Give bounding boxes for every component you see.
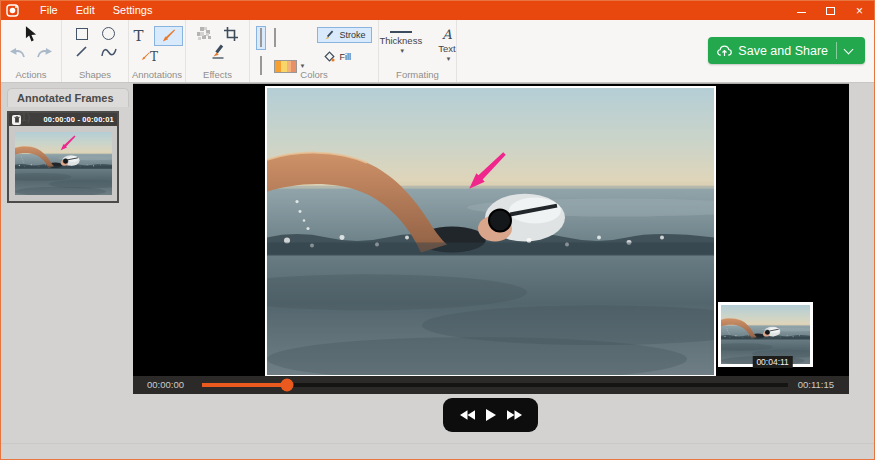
arrow-text-tool[interactable]: T [141, 49, 158, 64]
total-time-label: 00:11:15 [798, 376, 834, 394]
section-shapes: Shapes [62, 20, 129, 82]
video-stage: 00:04:11 00:00:00 00:11:15 [133, 83, 849, 394]
fill-button[interactable]: Fill [317, 48, 372, 65]
section-formating: Thickness ▼ A Text ▼ Formating [379, 20, 457, 82]
annotated-frames-sidebar: Annotated Frames (1) 00:00:00 - 00:00:01 [1, 83, 133, 459]
text-format-dropdown[interactable]: A Text ▼ [438, 26, 455, 62]
section-label-formating: Formating [379, 69, 456, 80]
ribbon-toolbar: Actions Shapes [1, 20, 874, 83]
line-tool[interactable] [74, 44, 89, 59]
window-controls: × [787, 1, 874, 20]
redo-button[interactable] [37, 45, 53, 60]
playback-controls [443, 398, 538, 432]
app-logo-icon [6, 4, 19, 17]
pip-preview[interactable]: 00:04:11 [718, 302, 813, 367]
arrow-annotation[interactable] [465, 146, 507, 198]
rewind-button[interactable] [460, 410, 475, 420]
thickness-line-icon [390, 31, 412, 33]
pip-timestamp: 00:04:11 [752, 356, 792, 368]
save-and-share-button[interactable]: Save and Share [708, 37, 865, 64]
text-tool[interactable]: T [131, 29, 146, 44]
rectangle-tool[interactable] [74, 26, 89, 41]
fast-forward-button[interactable] [507, 410, 522, 420]
section-label-effects: Effects [186, 69, 249, 80]
italic-a-icon: A [442, 28, 451, 41]
arrow-tool-selected[interactable] [154, 26, 183, 46]
section-label-colors: Colors [250, 69, 378, 80]
ellipse-tool[interactable] [101, 26, 116, 41]
timeline-scrubber-knob[interactable] [281, 379, 294, 392]
fast-forward-icon [507, 410, 522, 420]
bottom-divider [1, 443, 874, 444]
section-label-annotations: Annotations [129, 69, 185, 80]
frame-time-range: 00:00:00 - 00:00:01 [43, 115, 114, 124]
trash-icon [14, 116, 20, 123]
section-label-actions: Actions [1, 69, 61, 80]
section-colors: ▼ Stroke Fill Colors [250, 20, 379, 82]
crop-tool[interactable] [224, 26, 239, 41]
delete-frame-button[interactable] [12, 115, 21, 125]
save-options-chevron-icon[interactable] [844, 44, 854, 54]
app-window: File Edit Settings × [0, 0, 875, 460]
menu-settings[interactable]: Settings [104, 1, 162, 20]
undo-button[interactable] [9, 45, 25, 60]
menu-file[interactable]: File [31, 1, 67, 20]
frame-thumbnail[interactable] [15, 132, 112, 195]
stroke-button[interactable]: Stroke [317, 27, 372, 43]
annotated-frames-header: Annotated Frames (1) [7, 88, 129, 107]
current-time-label: 00:00:00 [147, 376, 184, 394]
rewind-icon [460, 410, 475, 420]
menu-edit[interactable]: Edit [67, 1, 104, 20]
section-label-shapes: Shapes [62, 69, 128, 80]
freehand-wave-tool[interactable] [101, 44, 117, 59]
minimize-button[interactable] [787, 1, 816, 20]
color-red-selected[interactable] [256, 26, 266, 50]
timeline-bar: 00:00:00 00:11:15 [133, 376, 849, 394]
menu-bar: File Edit Settings [31, 1, 161, 20]
video-canvas[interactable] [265, 86, 716, 377]
select-cursor-tool[interactable] [24, 26, 39, 42]
pixelate-tool[interactable] [197, 26, 212, 41]
highlighter-tool[interactable] [210, 44, 225, 59]
thumbnail-arrow-annotation [59, 135, 76, 152]
timeline-track[interactable] [202, 383, 788, 387]
maximize-button[interactable] [816, 1, 845, 20]
section-effects: Effects [186, 20, 250, 82]
color-green[interactable] [270, 26, 310, 50]
section-annotations: T T Annotations [129, 20, 186, 82]
play-button[interactable] [486, 409, 496, 421]
thickness-dropdown[interactable]: Thickness ▼ [379, 26, 422, 62]
title-bar: File Edit Settings × [1, 1, 874, 20]
section-actions: Actions [1, 20, 62, 82]
close-button[interactable]: × [845, 1, 874, 20]
upload-cloud-icon [717, 45, 732, 57]
stroke-pencil-icon [324, 30, 335, 40]
timeline-played-segment [202, 383, 287, 387]
fill-bucket-icon [324, 51, 335, 62]
play-icon [486, 409, 496, 421]
